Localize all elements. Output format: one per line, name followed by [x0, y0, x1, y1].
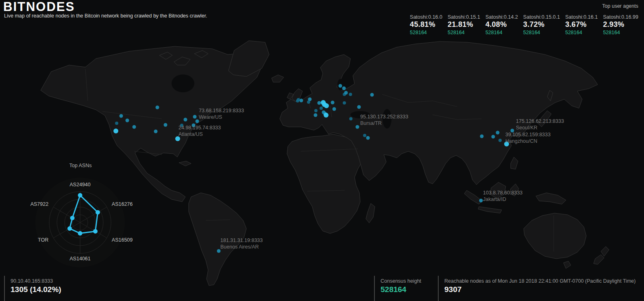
radar-axis-label: AS14061 — [70, 256, 90, 262]
node-dot[interactable] — [175, 136, 180, 141]
user-agent-name[interactable]: Satoshi:0.16.1 — [565, 14, 598, 20]
node-dot[interactable] — [314, 113, 318, 117]
tasmania — [564, 261, 571, 268]
user-agent-percent: 4.08% — [485, 20, 507, 29]
node-dot[interactable] — [164, 123, 168, 127]
radar-vertex-dot — [93, 229, 98, 233]
node-dot[interactable] — [154, 130, 158, 133]
user-agent-height: 528164 — [565, 30, 582, 36]
user-agent-height: 528164 — [410, 30, 427, 36]
node-dot[interactable] — [344, 91, 348, 95]
user-agent-height: 528164 — [448, 30, 465, 36]
user-agent-percent: 2.93% — [603, 20, 624, 29]
java — [478, 207, 502, 213]
node-dot[interactable] — [192, 124, 196, 127]
node-dot[interactable] — [314, 109, 318, 112]
radar-vertex-dot — [78, 231, 83, 236]
philippines — [511, 157, 518, 169]
node-dot[interactable] — [343, 101, 346, 105]
user-agent-column: Satoshi:0.16.992.93%528164 — [603, 14, 638, 36]
node-dot[interactable] — [366, 136, 370, 140]
user-agent-column: Satoshi:0.15.0.13.72%528164 — [523, 14, 560, 36]
radar-axis-label: TOR — [38, 237, 48, 243]
node-dot[interactable] — [113, 129, 118, 133]
node-dot[interactable] — [184, 118, 187, 122]
australia — [524, 213, 586, 259]
user-agent-height: 528164 — [523, 30, 540, 36]
node-dot[interactable] — [307, 100, 310, 104]
node-dot[interactable] — [115, 122, 118, 125]
node-dot[interactable] — [480, 135, 484, 138]
consensus-height-value: 528164 — [381, 285, 421, 294]
node-dot[interactable] — [324, 113, 329, 118]
black-sea — [350, 111, 370, 118]
node-dot[interactable] — [120, 114, 123, 118]
user-agent-name[interactable]: Satoshi:0.15.0.1 — [523, 14, 560, 20]
node-dot[interactable] — [496, 131, 500, 135]
greenland — [228, 41, 269, 76]
user-agent-height: 528164 — [485, 30, 503, 36]
user-agent-name[interactable]: Satoshi:0.16.0 — [410, 14, 442, 20]
node-dot[interactable] — [196, 120, 199, 123]
user-agent-name[interactable]: Satoshi:0.16.99 — [603, 14, 638, 20]
reachable-nodes-count: 9307 — [444, 285, 635, 294]
radar-vertex-dot — [70, 216, 74, 220]
node-dot[interactable] — [318, 101, 321, 105]
south-america — [189, 193, 246, 286]
node-dot[interactable] — [492, 135, 495, 139]
user-agent-column: Satoshi:0.16.13.67%528164 — [565, 14, 598, 36]
node-dot[interactable] — [320, 107, 323, 110]
user-agent-percent: 21.81% — [448, 20, 473, 29]
node-dot[interactable] — [324, 103, 329, 108]
node-dot[interactable] — [133, 125, 136, 129]
radar-axis-label: AS7922 — [30, 201, 49, 207]
selected-node-count: 1305 (14.02%) — [11, 285, 61, 294]
node-dot[interactable] — [333, 107, 336, 111]
madagascar — [366, 203, 375, 223]
node-dot[interactable] — [193, 115, 197, 119]
radar-axis-label: AS16509 — [112, 237, 133, 243]
iceland — [272, 75, 284, 82]
node-dot[interactable] — [296, 99, 299, 103]
caspian-sea — [383, 109, 392, 129]
node-dot[interactable] — [126, 119, 129, 122]
node-dot[interactable] — [511, 129, 514, 133]
node-dot[interactable] — [339, 84, 342, 88]
node-dot[interactable] — [504, 142, 509, 146]
top-asns-radar-chart: AS24940AS16276AS16509AS14061TORAS7922 — [15, 169, 146, 275]
new-zealand-north — [601, 246, 609, 256]
cuba — [179, 161, 191, 166]
bitnodes-logo[interactable]: BITNODES — [3, 0, 75, 14]
node-dot[interactable] — [180, 124, 183, 127]
radar-axis-label: AS16276 — [112, 201, 133, 207]
node-dot[interactable] — [357, 105, 361, 109]
hudson-bay — [172, 74, 194, 92]
node-dot[interactable] — [300, 99, 303, 103]
node-dot[interactable] — [349, 117, 352, 120]
user-agent-percent: 45.81% — [410, 20, 435, 29]
node-dot[interactable] — [370, 93, 374, 97]
top-asns-title: Top ASNs — [16, 163, 145, 168]
user-agent-percent: 3.72% — [523, 20, 545, 29]
user-agent-column: Satoshi:0.15.121.81%528164 — [448, 14, 480, 36]
node-dot[interactable] — [356, 125, 359, 129]
reachable-nodes-panel: Reachable nodes as of Mon Jun 18 2018 22… — [438, 276, 635, 301]
node-dot[interactable] — [331, 101, 335, 105]
node-dot[interactable] — [342, 87, 346, 90]
node-dot[interactable] — [217, 249, 221, 253]
node-dot[interactable] — [363, 134, 366, 137]
node-dot[interactable] — [498, 139, 502, 142]
radar-vertex-dot — [67, 226, 72, 231]
node-dot[interactable] — [349, 93, 352, 96]
new-guinea — [536, 193, 566, 204]
node-dot[interactable] — [479, 199, 483, 203]
new-zealand-south — [594, 255, 604, 264]
user-agent-name[interactable]: Satoshi:0.14.2 — [485, 14, 518, 20]
reachable-nodes-label: Reachable nodes as of Mon Jun 18 2018 22… — [444, 278, 635, 284]
selected-node-ip: 90.10.40.165:8333 — [11, 278, 61, 284]
user-agent-name[interactable]: Satoshi:0.15.1 — [448, 14, 480, 20]
node-dot[interactable] — [156, 106, 159, 109]
borneo — [490, 182, 506, 198]
user-agent-column: Satoshi:0.14.24.08%528164 — [485, 14, 518, 36]
sumatra — [464, 190, 482, 204]
